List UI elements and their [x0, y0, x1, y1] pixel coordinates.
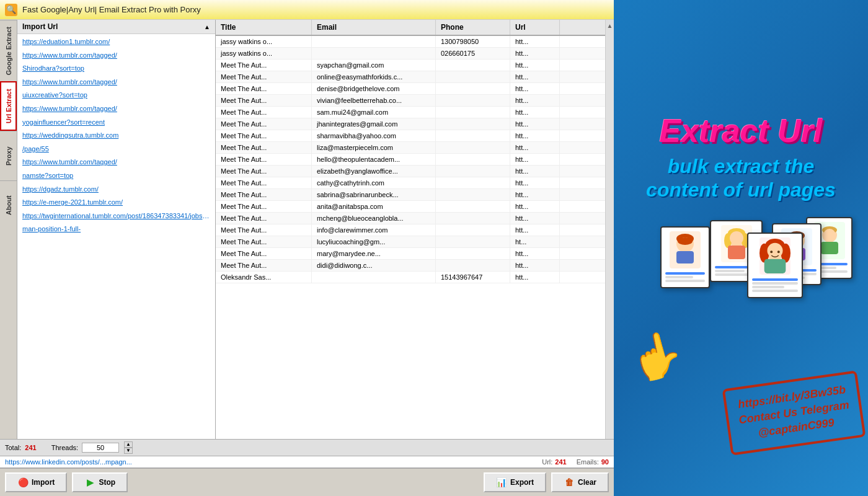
cell-url: htt... [510, 36, 560, 47]
cell-email: hello@theopulentacadem... [312, 154, 436, 165]
results-panel: Title Email Phone Url jassy watkins o...… [216, 20, 614, 439]
table-wrapper: Title Email Phone Url jassy watkins o...… [216, 20, 614, 439]
char-line [665, 276, 693, 278]
cell-email: online@easymathforkids.c... [312, 71, 436, 82]
cell-phone [436, 177, 510, 188]
cell-title: Meet The Aut... [216, 189, 312, 200]
hand-pointer-icon: 👆 [624, 325, 689, 388]
url-scroll-up[interactable]: ▲ [204, 24, 210, 30]
cell-phone [436, 213, 510, 224]
cell-title: Meet The Aut... [216, 177, 312, 188]
cell-phone: 1300798050 [436, 36, 510, 47]
list-item[interactable]: https://www.tumblr.com/tagged/ [17, 49, 215, 63]
app-window: Google Extract Url Extract Proxy About I… [0, 20, 614, 496]
url-list[interactable]: https://eduation1.tumblr.com/ https://ww… [17, 34, 215, 439]
cell-title: Meet The Aut... [216, 130, 312, 141]
cell-url: htt... [510, 60, 560, 71]
cell-email: info@clarewimmer.com [312, 224, 436, 236]
list-item[interactable]: man-position-1-full- [17, 223, 215, 236]
cell-phone [436, 107, 510, 118]
cell-email: sam.mui24@gmail.com [312, 107, 436, 118]
threads-input[interactable] [82, 443, 119, 453]
table-row: Meet The Aut... anita@anitabspa.com htt.… [216, 201, 605, 213]
url-panel-title: Import Url [22, 22, 58, 31]
cell-title: Meet The Aut... [216, 201, 312, 212]
import-button[interactable]: 🔴 Import [5, 472, 67, 492]
cell-url: htt... [510, 189, 560, 200]
clear-button[interactable]: 🗑 Clear [551, 472, 609, 492]
svg-rect-9 [728, 246, 745, 259]
url-stat-value: 241 [555, 458, 566, 466]
list-item[interactable]: https://www.tumblr.com/tagged/ [17, 102, 215, 116]
tab-proxy[interactable]: Proxy [0, 131, 17, 180]
table-row: Meet The Aut... didi@didiwong.c... htt..… [216, 260, 605, 272]
list-item[interactable]: https://weddingsutra.tumblr.com [17, 129, 215, 143]
tab-about[interactable]: About [0, 180, 17, 230]
import-label: Import [32, 478, 55, 487]
table-row: jassy watkins o... 1300798050 htt... [216, 36, 605, 48]
export-label: Export [510, 478, 534, 487]
cell-url: htt... [510, 48, 560, 59]
promo-panel: Extract Url bulk extract thecontent of u… [614, 0, 868, 496]
scroll-indicator[interactable]: ▲ [605, 20, 614, 439]
cell-title: Meet The Aut... [216, 224, 312, 236]
table-row: Meet The Aut... mary@marydee.ne... htt..… [216, 248, 605, 260]
cell-title: Meet The Aut... [216, 71, 312, 82]
list-item[interactable]: https://dgadz.tumblr.com/ [17, 183, 215, 197]
list-item[interactable]: uiuxcreative?sort=top [17, 89, 215, 102]
app-body: Google Extract Url Extract Proxy About I… [0, 20, 614, 439]
cell-title: Meet The Aut... [216, 236, 312, 247]
cell-title: Meet The Aut... [216, 118, 312, 130]
cell-title: Meet The Aut... [216, 107, 312, 118]
char-line [752, 286, 784, 288]
avatar-1 [670, 231, 701, 268]
table-row: Meet The Aut... liza@masterpiecelm.com h… [216, 142, 605, 154]
cell-email: syapchan@gmail.com [312, 60, 436, 71]
import-icon: 🔴 [17, 477, 29, 488]
cell-url: htt... [510, 201, 560, 212]
stop-icon: ▶ [85, 477, 96, 488]
threads-spinner[interactable]: ▲ ▼ [124, 441, 133, 454]
spinner-down[interactable]: ▼ [124, 448, 133, 454]
list-item[interactable]: https://twginternational.tumblr.com/post… [17, 210, 215, 223]
list-item[interactable]: https://e-merge-2021.tumblr.com/ [17, 196, 215, 210]
sidebar-tabs: Google Extract Url Extract Proxy About [0, 20, 17, 439]
list-item[interactable]: /page/55 [17, 143, 215, 156]
table-row: Meet The Aut... sabrina@sabrinarunbeck..… [216, 189, 605, 201]
email-stat-value: 90 [601, 458, 609, 466]
tab-google-extract[interactable]: Google Extract [0, 20, 17, 81]
export-button[interactable]: 📊 Export [484, 472, 546, 492]
list-item[interactable]: yogainfluencer?sort=recent [17, 116, 215, 130]
cell-url: htt... [510, 260, 560, 271]
list-item[interactable]: https://eduation1.tumblr.com/ [17, 35, 215, 49]
list-item[interactable]: namste?sort=top [17, 169, 215, 183]
table-row: Meet The Aut... online@easymathforkids.c… [216, 71, 605, 83]
svg-point-17 [770, 251, 773, 254]
cell-phone [436, 236, 510, 247]
clear-label: Clear [578, 478, 596, 487]
cell-url: htt... [510, 224, 560, 236]
stop-button[interactable]: ▶ Stop [72, 472, 128, 492]
list-item[interactable]: Shirodhara?sort=top [17, 62, 215, 76]
table-body[interactable]: jassy watkins o... 1300798050 htt... jas… [216, 36, 605, 439]
url-panel-header: Import Url ▲ [17, 20, 215, 34]
table-row: Meet The Aut... syapchan@gmail.com htt..… [216, 60, 605, 71]
cell-phone [436, 130, 510, 141]
cell-url: htt... [510, 177, 560, 188]
cell-email: mcheng@blueoceanglobla... [312, 213, 436, 224]
list-item[interactable]: https://www.tumblr.com/tagged/ [17, 156, 215, 169]
svg-rect-2 [676, 251, 694, 264]
table-row: Meet The Aut... vivian@feelbetterrehab.c… [216, 95, 605, 107]
cell-title: Meet The Aut... [216, 154, 312, 165]
spinner-up[interactable]: ▲ [124, 441, 133, 448]
cell-phone [436, 224, 510, 236]
list-item[interactable]: https://www.tumblr.com/tagged/ [17, 76, 215, 89]
cell-url: htt... [510, 166, 560, 177]
cell-title: Meet The Aut... [216, 248, 312, 259]
col-header-url: Url [510, 20, 560, 35]
cell-phone [436, 118, 510, 130]
table-row: Meet The Aut... elizabeth@yanglawoffice.… [216, 166, 605, 177]
cell-title: Meet The Aut... [216, 60, 312, 71]
tab-url-extract[interactable]: Url Extract [0, 81, 17, 131]
app-icon: 🔍 [5, 4, 17, 16]
